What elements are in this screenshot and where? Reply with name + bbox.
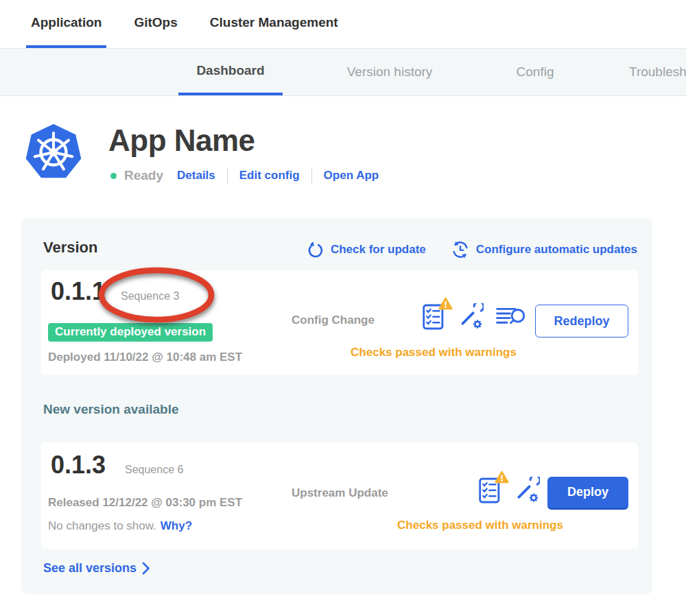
version-panel: Version Check for update [21,218,652,594]
available-version-number: 0.1.3 [51,451,106,479]
version-source-label: Upstream Update [292,486,388,500]
tab-dashboard[interactable]: Dashboard [178,49,283,95]
new-version-heading: New version available [43,402,179,417]
available-version-card: 0.1.3 Sequence 6 Released 12/12/22 @ 03:… [41,442,638,549]
kubernetes-logo-icon [23,122,84,182]
available-version-sequence: Sequence 6 [125,464,183,476]
no-changes-text: No changes to show. [48,519,156,533]
open-app-link[interactable]: Open App [324,169,379,182]
app-dashboard-screen: Application GitOps Cluster Management Da… [0,0,686,616]
check-for-update-label: Check for update [331,243,426,257]
version-source-label: Config Change [292,313,375,327]
deployed-badge: Currently deployed version [48,323,213,342]
configure-automatic-updates-label: Configure automatic updates [476,243,637,257]
version-action-icons [479,477,540,504]
current-version-number: 0.1.1 [51,277,106,306]
app-status-row: Ready Details Edit config Open App [110,167,379,185]
status-dot-icon [110,173,117,179]
deployed-timestamp: Deployed 11/10/22 @ 10:48 am EST [48,351,242,364]
tab-version-history[interactable]: Version history [322,49,457,95]
warning-triangle-icon [438,297,453,310]
checks-status-text: Checks passed with warnings [377,519,583,532]
divider [311,169,312,183]
tab-gitops[interactable]: GitOps [129,0,182,48]
checks-status-text: Checks passed with warnings [331,346,536,359]
tab-config[interactable]: Config [488,49,582,95]
no-changes-row: No changes to show. Why? [48,519,192,533]
wrench-gear-icon[interactable] [458,303,484,331]
tab-application[interactable]: Application [26,0,106,48]
configure-automatic-updates-link[interactable]: Configure automatic updates [451,240,637,259]
primary-nav: Application GitOps Cluster Management [0,0,686,48]
update-actions: Check for update Configure automatic upd… [307,240,637,259]
version-panel-title: Version [43,239,97,257]
tab-cluster-management[interactable]: Cluster Management [205,0,343,48]
chevron-right-icon [142,562,150,575]
see-all-versions-label: See all versions [43,561,137,576]
redeploy-button[interactable]: Redeploy [535,305,628,337]
app-subnav: Dashboard Version history Config Trouble… [0,48,686,96]
view-diff-icon[interactable] [495,306,526,328]
version-action-icons [423,303,526,331]
preflight-checks-icon[interactable] [479,477,502,504]
page-title: App Name [108,123,255,158]
edit-config-link[interactable]: Edit config [239,169,300,182]
preflight-checks-icon[interactable] [423,303,446,331]
tab-troubleshoot[interactable]: Troubleshoot [629,49,686,95]
warning-triangle-icon [495,471,509,484]
deploy-button[interactable]: Deploy [547,477,628,510]
check-for-update-link[interactable]: Check for update [307,240,426,259]
refresh-icon [307,241,324,259]
current-version-card: 0.1.1 Sequence 3 Currently deployed vers… [41,270,638,375]
current-version-sequence: Sequence 3 [121,290,179,303]
divider [227,169,228,183]
released-timestamp: Released 12/12/22 @ 03:30 pm EST [48,496,242,510]
clock-refresh-icon [451,240,470,259]
details-link[interactable]: Details [177,169,215,182]
status-label: Ready [124,168,163,183]
wrench-gear-icon[interactable] [514,477,540,504]
why-link[interactable]: Why? [161,519,192,533]
see-all-versions-link[interactable]: See all versions [43,561,150,576]
